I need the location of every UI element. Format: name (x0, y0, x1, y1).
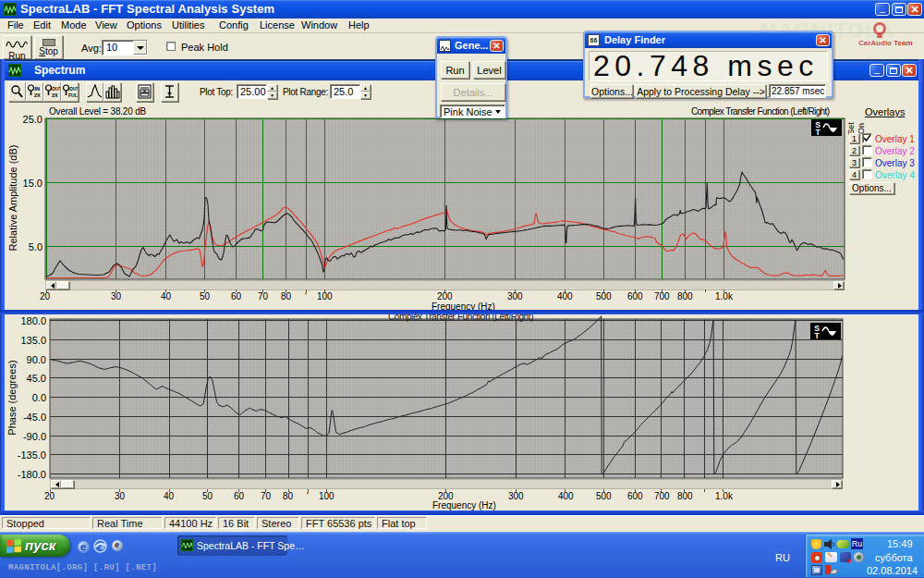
svg-text:OUT: OUT (69, 86, 78, 92)
svg-text:IN: IN (35, 86, 41, 92)
svg-text:2X: 2X (52, 92, 58, 98)
svg-text:2X: 2X (34, 92, 41, 98)
svg-text:OUT: OUT (52, 86, 60, 92)
svg-text:FULL: FULL (68, 92, 78, 98)
